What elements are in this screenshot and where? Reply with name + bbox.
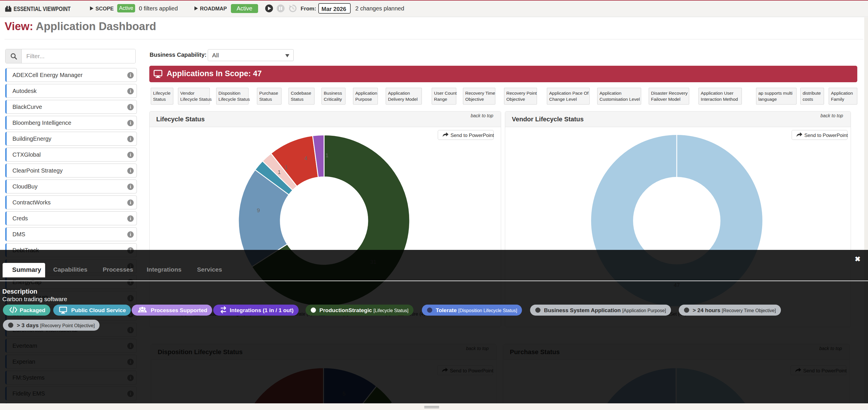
svg-text:1: 1 [326,152,329,158]
svg-text:1: 1 [285,164,288,170]
svg-text:9: 9 [257,207,260,213]
svg-text:4: 4 [304,155,308,161]
svg-text:1: 1 [278,169,281,175]
